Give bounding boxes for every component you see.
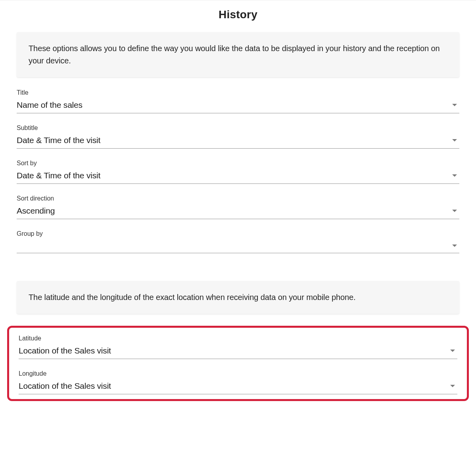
- field-longitude: Longitude Location of the Sales visit: [19, 370, 457, 394]
- sort-by-select[interactable]: Date & Time of the visit: [17, 169, 459, 184]
- longitude-select-value: Location of the Sales visit: [19, 381, 111, 391]
- field-longitude-label: Longitude: [19, 370, 457, 377]
- field-subtitle-label: Subtitle: [17, 124, 459, 132]
- location-fields-highlight: Latitude Location of the Sales visit Lon…: [7, 326, 469, 401]
- field-title-label: Title: [17, 89, 459, 96]
- field-title: Title Name of the sales: [17, 89, 459, 113]
- title-select-value: Name of the sales: [17, 100, 83, 110]
- history-description: These options allows you to define the w…: [17, 32, 459, 77]
- latitude-select-value: Location of the Sales visit: [19, 346, 111, 355]
- chevron-down-icon: [452, 210, 457, 212]
- field-sort-by: Sort by Date & Time of the visit: [17, 160, 459, 184]
- title-select[interactable]: Name of the sales: [17, 99, 459, 113]
- field-latitude-label: Latitude: [19, 335, 457, 342]
- chevron-down-icon: [452, 245, 457, 247]
- chevron-down-icon: [452, 139, 457, 141]
- group-by-select[interactable]: [17, 240, 459, 253]
- sort-direction-select[interactable]: Ascending: [17, 204, 459, 219]
- longitude-select[interactable]: Location of the Sales visit: [19, 380, 457, 394]
- subtitle-select[interactable]: Date & Time of the visit: [17, 134, 459, 149]
- field-group-by-label: Group by: [17, 230, 459, 237]
- latitude-select[interactable]: Location of the Sales visit: [19, 344, 457, 359]
- field-group-by: Group by: [17, 230, 459, 253]
- sort-by-select-value: Date & Time of the visit: [17, 171, 100, 180]
- chevron-down-icon: [450, 385, 455, 387]
- field-sort-by-label: Sort by: [17, 160, 459, 167]
- field-sort-direction: Sort direction Ascending: [17, 195, 459, 219]
- page-title: History: [0, 8, 476, 21]
- subtitle-select-value: Date & Time of the visit: [17, 136, 100, 145]
- field-subtitle: Subtitle Date & Time of the visit: [17, 124, 459, 149]
- chevron-down-icon: [452, 174, 457, 177]
- chevron-down-icon: [452, 104, 457, 106]
- location-description: The latitude and the longitude of the ex…: [17, 281, 459, 314]
- field-latitude: Latitude Location of the Sales visit: [19, 335, 457, 359]
- sort-direction-select-value: Ascending: [17, 206, 55, 216]
- chevron-down-icon: [450, 350, 455, 352]
- field-sort-direction-label: Sort direction: [17, 195, 459, 202]
